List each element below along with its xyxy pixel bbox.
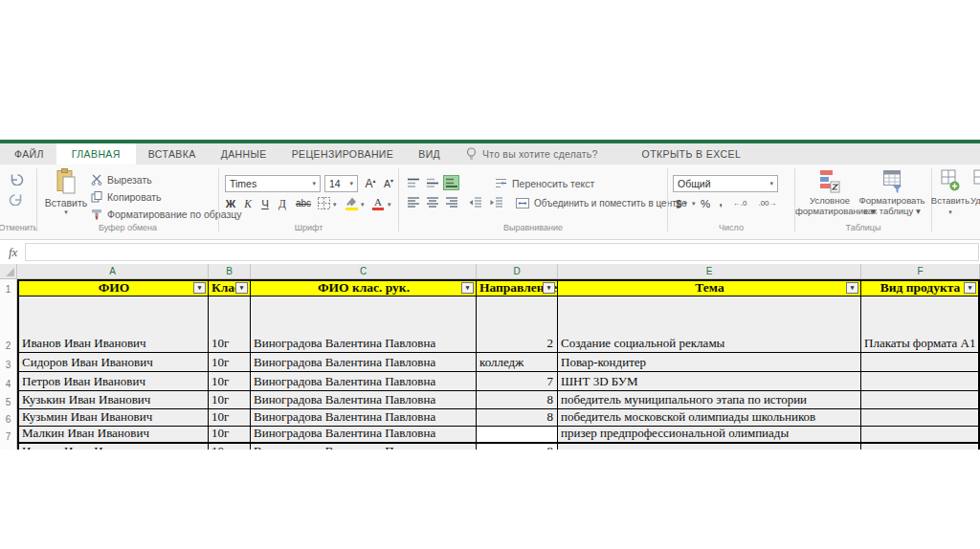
cell[interactable]: 2	[477, 296, 558, 353]
header-cell-class-teacher[interactable]: ФИО клас. рук. ▾	[251, 279, 477, 296]
cell[interactable]: колледж	[477, 353, 558, 372]
filter-icon[interactable]: ▾	[461, 282, 474, 294]
cell[interactable]: Виноградова Валентина Павловна	[251, 391, 477, 409]
tab-review[interactable]: РЕЦЕНЗИРОВАНИЕ	[279, 143, 407, 165]
header-cell-topic[interactable]: Тема ▾	[558, 279, 861, 296]
insert-cells-label[interactable]: Вставить▾	[926, 195, 974, 217]
currency-format-button[interactable]: $ ▾	[676, 196, 687, 210]
cell[interactable]: Петров Иван Иванович	[17, 372, 209, 391]
row-header[interactable]: 3	[0, 353, 17, 372]
font-size-combo[interactable]: 14▾	[324, 175, 358, 192]
tell-me-box[interactable]: Что вы хотите сделать?	[466, 143, 597, 165]
align-right-button[interactable]	[443, 195, 459, 210]
filter-icon[interactable]: ▾	[543, 282, 555, 294]
filter-icon[interactable]: ▾	[846, 282, 858, 294]
header-cell-class[interactable]: Класс ▾	[209, 279, 251, 296]
cell[interactable]: 8	[477, 444, 558, 450]
increase-indent-button[interactable]	[487, 195, 504, 210]
increase-decimal-button[interactable]: ←.0	[729, 197, 750, 209]
wrap-text-button[interactable]: Переносить текст	[495, 176, 594, 190]
cell[interactable]	[861, 409, 980, 427]
format-as-table-button[interactable]	[881, 168, 904, 195]
cell[interactable]: 7	[477, 372, 558, 391]
column-header-f[interactable]: F	[861, 264, 980, 278]
cell[interactable]: Виноградова Валентина Павловна	[251, 372, 477, 391]
format-as-table-label[interactable]: Форматировать как таблицу ▾	[853, 195, 931, 216]
row-header[interactable]: 2	[0, 296, 17, 353]
cell[interactable]	[477, 427, 558, 444]
cell[interactable]: Сидоров Иван Иванович	[17, 353, 209, 372]
column-header-d[interactable]: D	[477, 264, 558, 278]
row-header[interactable]: 4	[0, 372, 17, 391]
font-name-combo[interactable]: Times▾	[225, 175, 321, 192]
filter-icon[interactable]: ▾	[964, 282, 976, 294]
redo-button[interactable]	[8, 191, 25, 207]
bold-button[interactable]: Ж	[223, 195, 238, 211]
italic-button[interactable]: К	[240, 195, 256, 211]
cell[interactable]: 8	[477, 409, 558, 427]
cell[interactable]: Виноградова Валентина Павловна	[251, 409, 477, 427]
cell[interactable]: 8	[477, 391, 558, 409]
cell[interactable]	[558, 444, 861, 450]
cell[interactable]: Иванов Иван Иванович	[17, 444, 209, 450]
column-header-a[interactable]: A	[17, 264, 209, 278]
cell[interactable]: Виноградова Валентина Павловна	[251, 444, 477, 450]
tab-file[interactable]: ФАЙЛ	[2, 143, 56, 165]
cell[interactable]: Кузькин Иван Иванович	[17, 391, 209, 409]
align-left-button[interactable]	[405, 195, 421, 210]
cell[interactable]	[861, 444, 980, 450]
cell[interactable]: 10г	[209, 372, 251, 391]
cell[interactable]: Виноградова Валентина Павловна	[251, 427, 477, 444]
row-header[interactable]: 6	[0, 409, 17, 427]
font-color-button[interactable]: А	[370, 194, 386, 212]
cell[interactable]: 10г	[209, 391, 251, 409]
chevron-down-icon[interactable]: ▾	[388, 201, 391, 209]
paste-button[interactable]: Вставить ▾	[43, 168, 89, 216]
tab-home[interactable]: ГЛАВНАЯ	[56, 143, 136, 165]
cell[interactable]: Кузьмин Иван Иванович	[17, 409, 209, 427]
cut-button[interactable]: Вырезать	[91, 172, 152, 187]
cell[interactable]: Виноградова Валентина Павловна	[251, 296, 477, 353]
header-cell-direction[interactable]: Направление ▾	[477, 279, 558, 296]
select-all-corner[interactable]	[0, 264, 17, 278]
align-bottom-button[interactable]	[443, 175, 459, 190]
column-header-c[interactable]: C	[251, 264, 477, 278]
column-header-b[interactable]: B	[209, 264, 251, 278]
delete-cells-button[interactable]	[972, 168, 980, 193]
cell[interactable]: 10г	[209, 409, 251, 427]
header-cell-fio[interactable]: ФИО ▾	[17, 279, 209, 296]
cell[interactable]: Создание социальной рекламы	[558, 296, 861, 353]
cell[interactable]: победитель московской олимпиады школьник…	[558, 409, 861, 427]
decrease-decimal-button[interactable]: .00→	[756, 197, 779, 209]
cell[interactable]: ШНТ 3D БУМ	[558, 372, 861, 391]
cell[interactable]: Виноградова Валентина Павловна	[251, 353, 477, 372]
filter-icon[interactable]: ▾	[193, 282, 206, 294]
decrease-indent-button[interactable]	[466, 195, 483, 210]
shrink-font-button[interactable]: А▾	[381, 175, 396, 191]
row-header[interactable]: 8	[0, 444, 17, 450]
tab-view[interactable]: ВИД	[406, 143, 453, 165]
cell[interactable]: Малкин Иван Иванович	[17, 427, 209, 444]
copy-button[interactable]: Копировать	[91, 189, 162, 204]
cell[interactable]: 10г	[209, 296, 251, 353]
tab-insert[interactable]: ВСТАВКА	[136, 143, 209, 165]
cell[interactable]: 10г	[209, 444, 251, 450]
row-header[interactable]: 7	[0, 427, 17, 444]
open-in-excel-button[interactable]: ОТКРЫТЬ В EXCEL	[642, 143, 742, 165]
cell[interactable]: Иванов Иван Иванович	[17, 296, 209, 353]
borders-button[interactable]	[317, 196, 331, 210]
cell[interactable]: Плакаты формата А1	[861, 296, 980, 353]
strikethrough-button[interactable]: abc	[293, 195, 314, 211]
tab-data[interactable]: ДАННЫЕ	[209, 143, 279, 165]
row-header[interactable]: 5	[0, 391, 17, 409]
align-top-button[interactable]	[405, 175, 421, 190]
cell[interactable]: 10г	[209, 353, 251, 372]
filter-icon[interactable]: ▾	[235, 282, 248, 294]
cell[interactable]	[861, 427, 980, 444]
grow-font-button[interactable]: А▴	[363, 175, 378, 191]
delete-cells-label[interactable]: Удалить	[970, 195, 980, 206]
chevron-down-icon[interactable]: ▾	[333, 201, 337, 209]
cell[interactable]: победитель муниципального этапа по истор…	[558, 391, 861, 409]
insert-cells-button[interactable]	[940, 168, 961, 193]
conditional-formatting-button[interactable]	[818, 168, 841, 195]
